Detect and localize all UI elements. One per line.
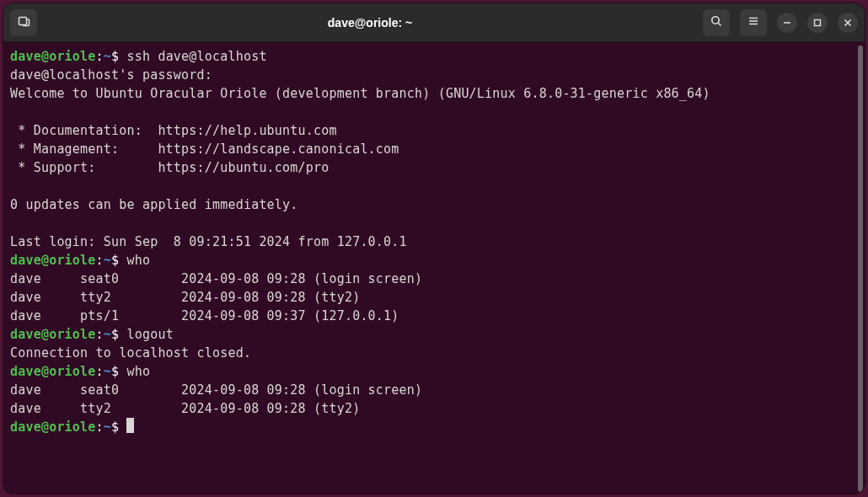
command-text: who <box>126 253 150 268</box>
prompt-dollar: $ <box>111 327 126 342</box>
output-line: 0 updates can be applied immediately. <box>10 195 849 214</box>
hamburger-icon <box>747 14 760 31</box>
command-text: logout <box>126 327 173 342</box>
output-line: dave@localhost's password: <box>10 66 849 84</box>
cursor <box>126 418 134 433</box>
prompt-line: dave@oriole:~$ ssh dave@localhost <box>10 47 849 66</box>
prompt-dollar: $ <box>111 49 126 64</box>
prompt-path: ~ <box>104 327 111 342</box>
prompt-dollar: $ <box>111 253 126 268</box>
output-line: * Management: https://landscape.canonica… <box>10 140 849 158</box>
new-tab-icon <box>17 14 30 31</box>
command-text: ssh dave@localhost <box>126 49 266 64</box>
scrollbar[interactable] <box>856 42 865 494</box>
output-line: dave tty2 2024-09-08 09:28 (tty2) <box>10 288 849 307</box>
prompt-path: ~ <box>104 253 111 268</box>
prompt-path: ~ <box>104 420 111 435</box>
output-line: dave seat0 2024-09-08 09:28 (login scree… <box>10 381 849 399</box>
output-line: dave pts/1 2024-09-08 09:37 (127.0.0.1) <box>10 307 849 325</box>
close-icon <box>844 14 852 30</box>
output-line: Last login: Sun Sep 8 09:21:51 2024 from… <box>10 232 849 251</box>
terminal-content[interactable]: dave@oriole:~$ ssh dave@localhostdave@lo… <box>3 42 856 494</box>
prompt-userhost: dave@oriole <box>10 49 96 64</box>
prompt-line: dave@oriole:~$ who <box>10 362 849 381</box>
output-line: Connection to localhost closed. <box>10 344 849 362</box>
output-line: * Documentation: https://help.ubuntu.com <box>10 121 849 140</box>
search-icon <box>710 14 723 31</box>
prompt-line: dave@oriole:~$ who <box>10 251 849 270</box>
prompt-colon: : <box>96 420 104 435</box>
titlebar: dave@oriole: ~ <box>3 3 865 42</box>
close-button[interactable] <box>838 13 858 33</box>
prompt-line: dave@oriole:~$ <box>10 418 849 436</box>
output-line: dave seat0 2024-09-08 09:28 (login scree… <box>10 270 849 288</box>
prompt-colon: : <box>96 327 104 342</box>
titlebar-left <box>10 9 37 36</box>
maximize-icon <box>813 14 822 30</box>
prompt-userhost: dave@oriole <box>10 364 96 379</box>
prompt-colon: : <box>96 253 104 268</box>
svg-point-1 <box>712 16 719 23</box>
prompt-userhost: dave@oriole <box>10 327 96 342</box>
prompt-path: ~ <box>104 364 111 379</box>
scrollbar-thumb[interactable] <box>858 45 863 492</box>
search-button[interactable] <box>703 9 730 36</box>
minimize-button[interactable] <box>777 13 797 33</box>
prompt-colon: : <box>96 49 104 64</box>
titlebar-right <box>703 9 858 36</box>
blank-line <box>10 214 849 232</box>
blank-line <box>10 177 849 195</box>
prompt-path: ~ <box>104 49 111 64</box>
prompt-dollar: $ <box>111 420 126 435</box>
prompt-userhost: dave@oriole <box>10 420 96 435</box>
prompt-dollar: $ <box>111 364 126 379</box>
blank-line <box>10 103 849 121</box>
command-text: who <box>126 364 150 379</box>
menu-button[interactable] <box>740 9 767 36</box>
minimize-icon <box>783 14 791 30</box>
maximize-button[interactable] <box>807 13 828 33</box>
prompt-colon: : <box>96 364 104 379</box>
window-title: dave@oriole: ~ <box>42 16 698 29</box>
svg-rect-0 <box>19 17 27 24</box>
output-line: Welcome to Ubuntu Oracular Oriole (devel… <box>10 84 849 103</box>
output-line: dave tty2 2024-09-08 09:28 (tty2) <box>10 399 849 418</box>
prompt-userhost: dave@oriole <box>10 253 96 268</box>
terminal-area[interactable]: dave@oriole:~$ ssh dave@localhostdave@lo… <box>3 42 865 494</box>
svg-rect-2 <box>815 20 821 26</box>
prompt-line: dave@oriole:~$ logout <box>10 325 849 344</box>
terminal-window: dave@oriole: ~ <box>3 3 865 494</box>
new-tab-button[interactable] <box>10 9 37 36</box>
output-line: * Support: https://ubuntu.com/pro <box>10 158 849 177</box>
